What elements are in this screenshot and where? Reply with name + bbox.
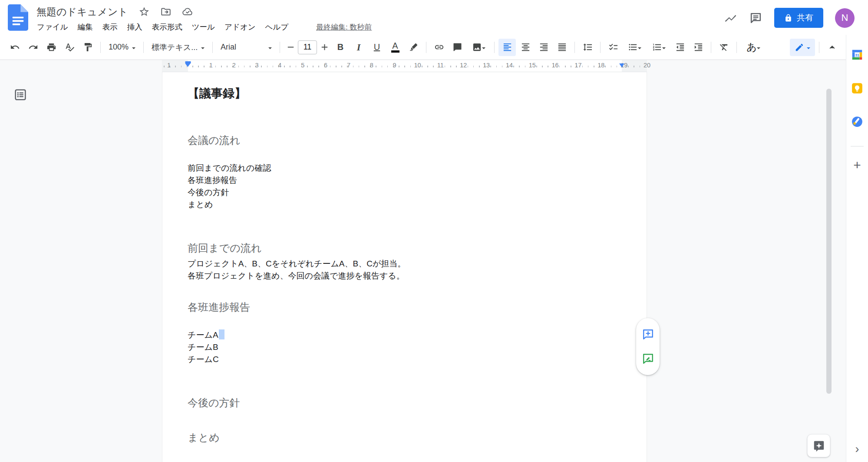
doc-paragraph[interactable]: 【議事録】 xyxy=(188,84,621,103)
insert-image-button[interactable] xyxy=(467,39,490,56)
right-indent-marker[interactable] xyxy=(619,63,624,70)
ruler-number: 5 xyxy=(301,62,304,69)
align-justify-button[interactable] xyxy=(553,39,571,56)
doc-paragraph[interactable] xyxy=(188,378,621,390)
menu-item[interactable]: 表示形式 xyxy=(147,20,187,34)
suggest-edits-button[interactable] xyxy=(639,350,657,368)
ruler-number: 20 xyxy=(644,62,650,69)
editing-mode-select[interactable] xyxy=(790,39,815,56)
explore-button[interactable] xyxy=(807,434,830,457)
menu-item[interactable]: 編集 xyxy=(73,20,98,34)
doc-paragraph[interactable]: 前回までの流れ xyxy=(188,240,621,256)
ruler-number: 9 xyxy=(393,62,396,69)
print-button[interactable] xyxy=(43,39,60,56)
paragraph-style-select[interactable]: 標準テキス... xyxy=(148,39,208,56)
doc-paragraph[interactable] xyxy=(188,282,621,294)
add-comment-button[interactable] xyxy=(449,39,466,56)
doc-paragraph[interactable]: プロジェクトA、B、CをそれぞれチームA、B、Cが担当。 xyxy=(188,258,621,270)
menu-item[interactable]: アドオン xyxy=(220,20,261,34)
doc-paragraph[interactable] xyxy=(188,150,621,162)
font-size-input[interactable]: 11 xyxy=(298,40,317,54)
highlight-color-button[interactable] xyxy=(405,39,422,56)
redo-button[interactable] xyxy=(24,39,42,56)
add-comment-margin-button[interactable] xyxy=(639,326,657,344)
align-right-button[interactable] xyxy=(535,39,552,56)
doc-paragraph[interactable]: 会議の流れ xyxy=(188,133,621,148)
doc-text: 各班プロジェクトを進め、今回の会議で進捗を報告する。 xyxy=(188,271,405,280)
bold-button[interactable]: B xyxy=(332,39,349,56)
bulleted-list-button[interactable] xyxy=(623,39,646,56)
insert-link-button[interactable] xyxy=(430,39,448,56)
show-document-outline-button[interactable] xyxy=(11,86,30,104)
doc-paragraph[interactable]: まとめ xyxy=(188,430,621,445)
tasks-icon[interactable] xyxy=(850,115,864,129)
share-button[interactable]: 共有 xyxy=(774,8,823,28)
doc-paragraph[interactable]: 各班進捗報告 xyxy=(188,174,621,186)
document-stats-icon[interactable] xyxy=(724,11,737,25)
doc-paragraph[interactable]: 今後の方針 xyxy=(188,395,621,411)
decrease-indent-button[interactable] xyxy=(671,39,689,56)
document-page[interactable]: 【議事録】 会議の流れ 前回までの流れの確認 各班進捗報告 今後の方針 まとめ xyxy=(162,72,647,462)
menu-item[interactable]: ヘルプ xyxy=(261,20,294,34)
add-addon-button[interactable]: + xyxy=(853,159,861,172)
doc-paragraph[interactable]: チームB xyxy=(188,341,621,353)
italic-button[interactable]: I xyxy=(350,39,367,56)
doc-paragraph[interactable] xyxy=(188,223,621,235)
doc-paragraph[interactable]: チームC xyxy=(188,353,621,366)
menu-item[interactable]: 挿入 xyxy=(122,20,147,34)
doc-paragraph[interactable]: 今後の方針 xyxy=(188,186,621,199)
collapse-toolbar-button[interactable] xyxy=(823,39,841,56)
keep-icon[interactable] xyxy=(850,81,864,95)
doc-paragraph[interactable] xyxy=(188,115,621,127)
menu-item[interactable]: ツール xyxy=(187,20,220,34)
avatar[interactable]: N xyxy=(835,8,855,28)
chevron-down-icon xyxy=(662,47,666,51)
increase-font-size-button[interactable] xyxy=(318,39,331,56)
ruler-number: 13 xyxy=(483,62,490,69)
input-tools-button[interactable]: あ xyxy=(741,39,766,56)
vertical-scrollbar[interactable] xyxy=(826,89,832,394)
docs-logo-icon[interactable] xyxy=(8,4,28,31)
doc-paragraph[interactable] xyxy=(188,103,621,115)
menu-bar: ファイル 編集 表示 挿入 表示形式 ツール アドオン ヘルプ xyxy=(32,20,293,34)
spellcheck-button[interactable] xyxy=(61,39,78,56)
star-icon[interactable] xyxy=(139,6,150,17)
decrease-font-size-button[interactable] xyxy=(284,39,297,56)
move-folder-icon[interactable] xyxy=(160,6,172,17)
divider xyxy=(819,42,819,53)
align-left-button[interactable] xyxy=(498,39,516,56)
selection-highlight xyxy=(219,329,224,339)
doc-paragraph[interactable] xyxy=(188,412,621,425)
font-select[interactable]: Arial xyxy=(217,39,276,56)
increase-indent-button[interactable] xyxy=(690,39,707,56)
doc-paragraph[interactable]: チームA xyxy=(188,329,621,341)
clear-formatting-button[interactable] xyxy=(715,39,733,56)
menu-item[interactable]: 表示 xyxy=(98,20,122,34)
doc-paragraph[interactable]: 各班進捗報告 xyxy=(188,299,621,315)
underline-button[interactable]: U xyxy=(368,39,386,56)
align-center-button[interactable] xyxy=(517,39,534,56)
checklist-button[interactable] xyxy=(604,39,622,56)
hide-side-panel-button[interactable]: › xyxy=(846,442,868,456)
calendar-icon[interactable]: 31 xyxy=(850,48,864,62)
toolbar: 100% 標準テキス... Arial 11 B I U A xyxy=(0,35,846,60)
doc-paragraph[interactable] xyxy=(188,211,621,223)
numbered-list-button[interactable] xyxy=(647,39,670,56)
doc-paragraph[interactable]: 各班プロジェクトを進め、今回の会議で進捗を報告する。 xyxy=(188,270,621,282)
doc-paragraph[interactable] xyxy=(188,366,621,378)
zoom-select[interactable]: 100% xyxy=(105,39,139,56)
line-spacing-button[interactable] xyxy=(579,39,596,56)
doc-paragraph[interactable] xyxy=(188,317,621,329)
text-color-button[interactable]: A xyxy=(386,39,404,56)
last-edited-link[interactable]: 最終編集: 数秒前 xyxy=(316,22,372,32)
doc-paragraph[interactable]: まとめ xyxy=(188,199,621,211)
left-indent-marker[interactable] xyxy=(185,61,191,70)
doc-text: 各班進捗報告 xyxy=(188,176,237,185)
paint-format-button[interactable] xyxy=(79,39,96,56)
doc-paragraph[interactable]: 前回までの流れの確認 xyxy=(188,162,621,174)
menu-item[interactable]: ファイル xyxy=(32,20,73,34)
comment-history-icon[interactable] xyxy=(749,11,762,25)
cloud-saved-icon[interactable] xyxy=(182,6,193,17)
undo-button[interactable] xyxy=(6,39,23,56)
document-title[interactable]: 無題のドキュメント xyxy=(36,5,128,19)
